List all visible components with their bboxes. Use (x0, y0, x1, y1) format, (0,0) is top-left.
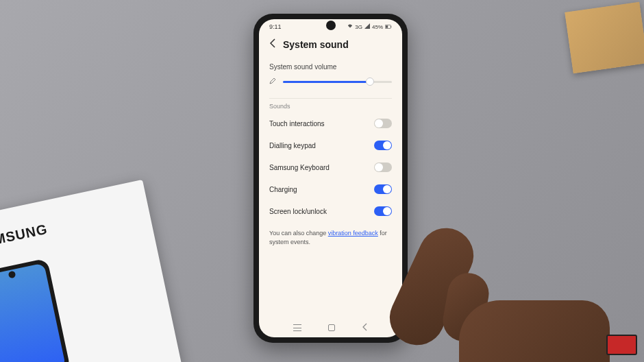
hand (404, 191, 623, 362)
pencil-icon[interactable] (269, 77, 276, 86)
toggle-label: Samsung Keyboard (269, 164, 330, 171)
navigation-bar (259, 318, 402, 337)
toggle-row[interactable]: Samsung Keyboard (259, 156, 402, 178)
svg-rect-2 (391, 25, 391, 27)
footer-prefix: You can also change (269, 230, 328, 237)
toggle-switch[interactable] (374, 206, 392, 216)
network-label: 3G (355, 24, 362, 30)
toggle-label: Dialling keypad (269, 142, 316, 149)
footer-note: You can also change vibration feedback f… (259, 222, 402, 253)
back-icon[interactable] (269, 38, 276, 51)
camera-notch (326, 21, 336, 30)
volume-slider[interactable] (283, 81, 392, 83)
toggle-row[interactable]: Touch interactions (259, 112, 402, 134)
back-nav-button[interactable] (362, 323, 369, 333)
page-title: System sound (283, 39, 349, 50)
signal-icon (364, 23, 370, 30)
box-phone-image (0, 258, 71, 362)
toggle-label: Screen lock/unlock (269, 208, 327, 215)
home-button[interactable] (328, 324, 335, 331)
toggle-switch[interactable] (374, 141, 392, 150)
slider-thumb[interactable] (366, 77, 374, 86)
svg-rect-1 (386, 25, 388, 27)
toggle-row[interactable]: Dialling keypad (259, 134, 402, 156)
status-time: 9:11 (269, 23, 282, 30)
toggle-label: Touch interactions (269, 120, 325, 128)
toggle-switch[interactable] (374, 184, 392, 194)
brand-logo: SAMSUNG (0, 202, 136, 252)
volume-section: System sound volume (259, 58, 402, 98)
phone-screen: 9:11 3G 45% System sound S (259, 19, 402, 337)
corner-badge (606, 335, 637, 355)
toggle-label: Charging (269, 186, 297, 193)
page-header: System sound (259, 32, 402, 58)
toggle-row[interactable]: Screen lock/unlock (259, 200, 402, 222)
toggle-row[interactable]: Charging (259, 178, 402, 200)
phone-device: 9:11 3G 45% System sound S (253, 14, 408, 343)
vibration-link[interactable]: vibration feedback (328, 230, 378, 237)
battery-icon (385, 24, 392, 30)
toggle-switch[interactable] (374, 162, 392, 172)
wifi-icon (347, 23, 353, 30)
recent-apps-button[interactable] (293, 324, 301, 331)
volume-label: System sound volume (269, 63, 392, 71)
battery-label: 45% (372, 24, 383, 30)
toggle-list: Touch interactionsDialling keypadSamsung… (259, 112, 402, 222)
product-box: SAMSUNG (0, 180, 182, 362)
toggle-switch[interactable] (374, 119, 392, 128)
wooden-object (565, 2, 644, 73)
sounds-group-header: Sounds (259, 99, 402, 112)
